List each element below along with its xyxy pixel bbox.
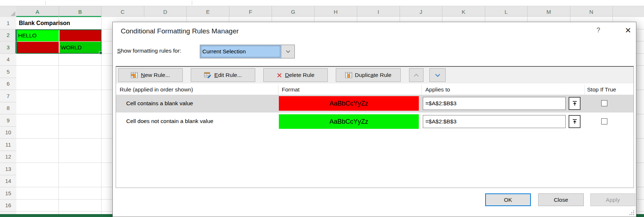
row-header-14[interactable]: 14 [0,175,16,188]
delete-rule-button[interactable]: Delete Rule [263,68,328,82]
rule-column-header: Rule (applied in order shown) [120,86,193,93]
applies-to-input[interactable] [423,97,566,110]
rule-name: Cell contains a blank value [126,100,193,107]
column-header-F[interactable]: F [230,6,272,17]
column-header-G[interactable]: G [272,6,315,17]
collapse-range-icon [572,119,578,124]
row-header-8[interactable]: 8 [0,102,16,115]
row-header-15[interactable]: 15 [0,187,16,200]
column-separator [585,85,585,94]
show-rules-label-rest: how formatting rules for: [121,48,181,54]
new-rule-button[interactable]: New Rule... [118,68,183,82]
stop-if-true-column-header: Stop If True [587,86,616,93]
show-rules-label-accel: S [117,48,121,54]
column-header-E[interactable]: E [187,6,230,17]
select-all-triangle-icon [11,11,15,16]
close-button[interactable]: Close [538,193,584,206]
duplicate-rule-button[interactable]: Duplicate Rule [336,68,401,82]
chevron-down-icon [435,74,441,77]
ok-button[interactable]: OK [485,193,531,206]
row-header-11[interactable]: 11 [0,139,16,151]
chevron-down-icon [286,50,290,53]
row-header-13[interactable]: 13 [0,163,16,175]
column-header-row: ABCDEFGHIJKLMN [16,6,644,17]
column-header-M[interactable]: M [528,6,570,17]
column-header-N[interactable]: N [570,6,613,17]
row-header-16[interactable]: 16 [0,200,16,212]
new-rule-label: New Rule... [141,72,170,78]
format-column-header: Format [282,86,300,93]
help-button[interactable]: ? [594,26,603,34]
rules-group-box: New Rule... Edit Rule... Delete Rule [116,66,634,188]
column-header-L[interactable]: L [485,6,528,17]
selection-range-border [16,29,102,54]
column-header-H[interactable]: H [315,6,358,17]
column-header-D[interactable]: D [144,6,187,17]
new-rule-icon [131,72,138,78]
chevron-up-icon [413,74,419,77]
row-header-10[interactable]: 10 [0,127,16,139]
duplicate-rule-label: Duplicate Rule [355,72,392,78]
apply-button[interactable]: Apply [590,193,635,206]
edit-rule-icon [204,72,211,78]
show-rules-label: Show formatting rules for: [117,48,181,54]
close-icon[interactable]: ✕ [622,25,634,36]
conditional-formatting-rules-manager-dialog: Conditional Formatting Rules Manager ? ✕… [112,22,636,217]
formula-bar-bottom-strip [0,0,644,6]
row-header-3[interactable]: 3 [0,41,16,54]
row-number-column: 12345678910111213141516 [0,17,17,214]
excel-window: ABCDEFGHIJKLMN 12345678910111213141516 B… [0,0,644,217]
column-header-K[interactable]: K [442,6,485,17]
duplicate-rule-icon [345,72,352,78]
row-header-4[interactable]: 4 [0,54,16,66]
rule-name: Cell does not contain a blank value [126,118,213,124]
row-header-9[interactable]: 9 [0,114,16,127]
edit-rule-label: Edit Rule... [214,72,242,78]
collapse-dialog-button[interactable] [569,115,581,128]
collapse-dialog-button[interactable] [569,97,581,110]
collapse-range-icon [572,101,578,106]
dropdown-arrow-button[interactable] [281,45,294,58]
delete-icon [277,73,282,78]
column-header-C[interactable]: C [102,6,144,17]
applies-to-column-header: Applies to [425,86,450,93]
stop-if-true-checkbox[interactable] [601,100,607,106]
move-rule-up-button[interactable] [409,68,424,82]
stop-if-true-checkbox[interactable] [601,118,607,124]
delete-rule-label: Delete Rule [285,72,314,78]
applies-to-input[interactable] [423,115,566,128]
dropdown-selected-value: Current Selection [200,45,281,58]
column-header-A[interactable]: A [16,6,59,17]
cell-A1[interactable]: Blank Comparison [17,18,112,28]
formula-bar-divider [45,1,46,5]
column-separator [278,85,278,94]
format-preview: AaBbCcYyZz [279,96,419,111]
select-all-corner[interactable] [0,6,17,17]
move-rule-down-button[interactable] [429,68,446,82]
row-header-12[interactable]: 12 [0,151,16,163]
row-header-2[interactable]: 2 [0,29,16,42]
show-rules-dropdown[interactable]: Current Selection [200,45,295,58]
resize-grip[interactable] [629,210,635,217]
fill-handle[interactable] [99,51,102,54]
column-separator [421,85,422,94]
column-header-B[interactable]: B [59,6,102,17]
formula-bar-divider [192,1,192,5]
row-header-6[interactable]: 6 [0,78,16,90]
row-header-5[interactable]: 5 [0,66,16,78]
row-header-7[interactable]: 7 [0,90,16,102]
format-preview: AaBbCcYyZz [279,114,419,129]
dialog-title: Conditional Formatting Rules Manager [121,27,239,35]
column-header-I[interactable]: I [357,6,400,17]
column-header-J[interactable]: J [400,6,443,17]
edit-rule-button[interactable]: Edit Rule... [191,68,255,82]
row-header-1[interactable]: 1 [0,17,16,29]
